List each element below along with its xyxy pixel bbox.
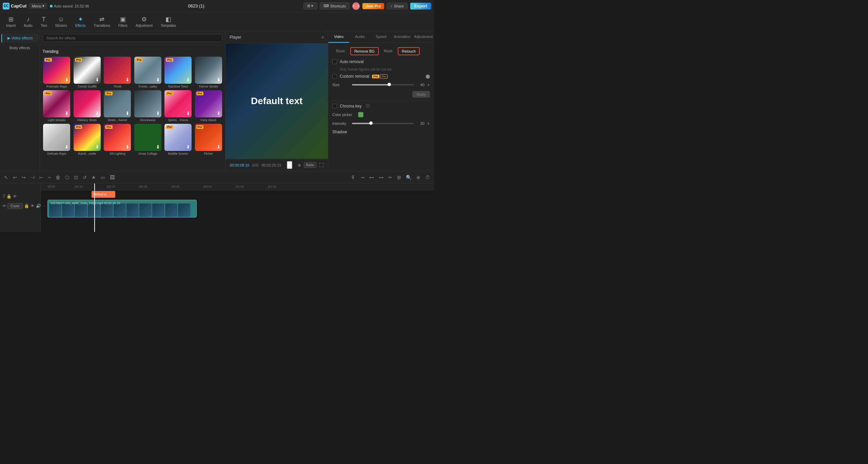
- sub-tab-remove-bg[interactable]: Remove BG: [350, 47, 379, 55]
- toolbar-text[interactable]: T Text: [37, 15, 50, 29]
- layer-button[interactable]: ⊞: [396, 174, 402, 181]
- tab-adjustment[interactable]: Adjustment: [413, 31, 434, 43]
- link-main-button[interactable]: ⊷: [368, 174, 375, 181]
- effect-rainbow-twist[interactable]: Pro ⬇ Rainbow Twist: [164, 57, 192, 88]
- effect-bubble-screen[interactable]: Pro ⬇ Bubble Screen: [164, 124, 192, 155]
- video-effects-btn[interactable]: ▶ Video effects: [1, 34, 38, 42]
- tab-audio[interactable]: Audio: [349, 31, 370, 43]
- text-lock-icon[interactable]: 🔒: [6, 194, 12, 199]
- star-button[interactable]: ★: [90, 174, 97, 181]
- share-button[interactable]: ↑ Share: [387, 3, 408, 9]
- image-button[interactable]: 🖼: [108, 174, 116, 181]
- link-right-button[interactable]: ⊶: [377, 174, 385, 181]
- text-clip[interactable]: Default te: [92, 191, 115, 198]
- tab-speed[interactable]: Speed: [370, 31, 391, 43]
- link-cut-button[interactable]: ✂: [387, 174, 394, 181]
- effect-delicate-rays[interactable]: ⬇ Delicate Rays: [43, 124, 71, 155]
- focus-icon[interactable]: ⊕: [298, 163, 301, 168]
- effects-search-input[interactable]: [43, 34, 223, 42]
- size-slider-track[interactable]: [352, 84, 414, 85]
- crop-button[interactable]: ⊡: [73, 174, 79, 181]
- toolbar-stickers[interactable]: ☺ Stickers: [52, 15, 71, 29]
- monitor-button[interactable]: ⊞ ▾: [303, 2, 317, 9]
- audio-icon[interactable]: 🔊: [36, 204, 41, 208]
- toolbar-templates[interactable]: ◧ Templates: [157, 14, 180, 29]
- chroma-key-checkbox[interactable]: [332, 104, 337, 109]
- cover-button[interactable]: Cover: [7, 203, 23, 209]
- timer-button[interactable]: ⏱: [424, 174, 431, 181]
- shortcuts-button[interactable]: ⌨ Shortcuts: [320, 2, 350, 9]
- size-minus[interactable]: +: [427, 82, 430, 88]
- effect-rainbow-hoodie[interactable]: Pro ⬇ Rainb...oodie: [73, 124, 101, 155]
- toggle-icon[interactable]: ⬤: [426, 74, 430, 79]
- split-left-button[interactable]: ⊣: [29, 174, 36, 181]
- split-right-button[interactable]: ⊢: [38, 174, 45, 181]
- toolbar-audio[interactable]: ♪ Audio: [20, 15, 36, 29]
- tab-animation[interactable]: Animation: [392, 31, 413, 43]
- link-left-button[interactable]: ⊸: [359, 174, 366, 181]
- pentagon-button[interactable]: ⬠: [64, 174, 71, 181]
- intensity-plus[interactable]: +: [427, 121, 430, 126]
- effect-shockwave[interactable]: ⬇ Shockwave: [134, 90, 162, 122]
- toolbar-transitions[interactable]: ⇌ Transitions: [90, 14, 114, 29]
- body-effects-btn[interactable]: Body effects: [1, 44, 38, 52]
- toolbar-adjustment[interactable]: ⚙ Adjustment: [132, 14, 156, 29]
- custom-removal-checkbox[interactable]: [332, 74, 337, 79]
- toolbar-filters[interactable]: ▣ Filters: [115, 14, 131, 29]
- mic-button[interactable]: 🎙: [350, 174, 357, 181]
- intensity-slider-track[interactable]: [352, 123, 414, 124]
- effect-prismatic-rays[interactable]: Pro ⬇ Prismatic Rays: [43, 57, 71, 88]
- square-crop-button[interactable]: ▭: [99, 174, 106, 181]
- effect-trendy-graffiti[interactable]: Pro ⬇ Trendy Graffiti: [73, 57, 101, 88]
- split-button[interactable]: ⌁: [47, 174, 52, 181]
- color-swatch[interactable]: [358, 112, 363, 117]
- effect-tremor-strobe[interactable]: ⬇ Tremor Strobe: [194, 57, 222, 88]
- download-icon: ⬇: [65, 111, 69, 116]
- export-button[interactable]: Export: [410, 3, 431, 9]
- intensity-slider-thumb[interactable]: [369, 121, 373, 125]
- toolbar-effects[interactable]: ✦ Effects: [72, 14, 89, 29]
- video-eye-icon[interactable]: 👁: [31, 204, 35, 208]
- undo-button[interactable]: ↩: [12, 174, 18, 181]
- effect-flickery-shots[interactable]: ⬇ Flickery Shots: [73, 90, 101, 122]
- tl-playhead[interactable]: [94, 183, 95, 224]
- player-menu-icon[interactable]: ≡: [321, 35, 324, 40]
- play-button[interactable]: ▶: [287, 161, 292, 169]
- sub-tab-retouch[interactable]: Retouch: [398, 47, 420, 55]
- menu-button[interactable]: Menu ▾: [29, 3, 47, 9]
- zoom-in-button[interactable]: ⊕: [415, 174, 422, 181]
- toolbar-import[interactable]: ⊞ Import: [3, 14, 19, 29]
- effect-spinning-focus[interactable]: Pro ⬇ Spinni... Focus: [164, 90, 192, 122]
- delete-button[interactable]: 🗑: [54, 174, 62, 181]
- apply-button[interactable]: Apply: [412, 91, 430, 98]
- fullscreen-icon[interactable]: ⛶: [319, 162, 324, 168]
- auto-removal-checkbox[interactable]: [332, 59, 337, 64]
- effect-throb[interactable]: ⬇ Throb: [103, 57, 132, 88]
- top-right: ⊞ ▾ ⌨ Shortcuts C...5 Join Pro ↑ Share E…: [303, 2, 431, 10]
- chroma-key-info[interactable]: ⓘ: [366, 103, 370, 109]
- rotate-button[interactable]: ↺: [81, 174, 88, 181]
- effect-frosty[interactable]: Pro ⬇ Froste...uality: [134, 57, 162, 88]
- adjustment-icon: ⚙: [141, 16, 147, 23]
- effect-slit-lighting[interactable]: Pro ⬇ Slit Lighting: [103, 124, 132, 155]
- tab-video[interactable]: Video: [328, 31, 349, 43]
- effect-fairy-wand[interactable]: Pro ⬇ Fairy Wand: [194, 90, 222, 122]
- zoom-out-button[interactable]: 🔍: [405, 174, 413, 181]
- cursor-tool[interactable]: ↖: [3, 174, 9, 181]
- sub-tab-mask[interactable]: Mask: [380, 47, 396, 55]
- redo-button[interactable]: ↪: [20, 174, 27, 181]
- video-clip[interactable]: 16178477-uhd_4096_2160_25fps.mp4 00:02:2…: [47, 200, 197, 217]
- effect-xmas-collage[interactable]: ⬇ Xmas Collage: [134, 124, 162, 155]
- size-slider-thumb[interactable]: [388, 83, 391, 86]
- time-current: 00:00:08:16: [230, 163, 249, 167]
- effects-grid: Pro ⬇ Prismatic Rays Pro ⬇ Trendy Graffi…: [43, 57, 223, 155]
- effect-light-streaks[interactable]: Pro ⬇ Light Streaks: [43, 90, 71, 122]
- sub-tab-basic[interactable]: Basic: [332, 47, 349, 55]
- ratio-button[interactable]: Ratio: [304, 162, 316, 168]
- text-eye-icon[interactable]: 👁: [13, 194, 17, 199]
- pencil-icon[interactable]: ✏: [3, 204, 6, 208]
- effect-stretch-swivel[interactable]: Pro ⬇ Stretc...Swivel: [103, 90, 132, 122]
- video-lock-icon[interactable]: 🔒: [24, 204, 29, 208]
- effect-flicker[interactable]: Pro ⬇ Flicker: [194, 124, 222, 155]
- join-pro-button[interactable]: Join Pro: [362, 3, 384, 9]
